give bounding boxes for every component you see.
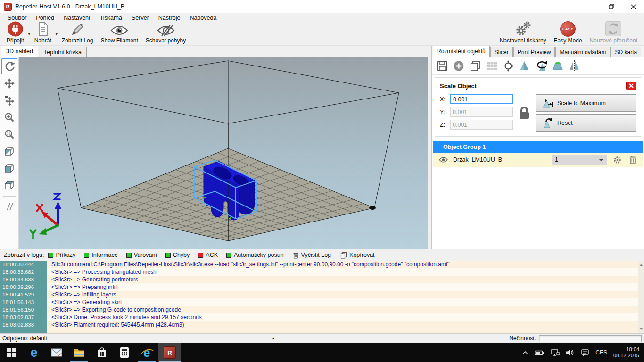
- lock-aspect-button[interactable]: [513, 106, 536, 121]
- log-scrollbar[interactable]: [638, 261, 644, 333]
- scroll-up-icon[interactable]: [639, 262, 643, 266]
- tray-network-icon[interactable]: [548, 349, 563, 356]
- tab-manualni-ovladani[interactable]: Manuální ovládání: [555, 47, 610, 57]
- pencil-icon: [70, 22, 84, 36]
- taskbar-repetier-icon[interactable]: R: [158, 343, 181, 362]
- tray-clock[interactable]: 18:04 08.12.2015: [611, 346, 644, 359]
- window-title: Repetier-Host V1.6.0 - Drzak_LM10UU_B: [15, 3, 124, 10]
- show-log-button[interactable]: Zobrazit Log: [58, 23, 97, 45]
- delete-object-trash-icon[interactable]: [627, 155, 638, 165]
- lay-flat-button[interactable]: [551, 59, 564, 73]
- menu-pohled[interactable]: Pohled: [31, 15, 59, 21]
- center-object-button[interactable]: [502, 59, 515, 73]
- copy-object-button[interactable]: [469, 59, 482, 73]
- toggle-prikazy[interactable]: Příkazy: [44, 251, 80, 259]
- zoom-in-button[interactable]: [1, 109, 17, 125]
- move-object-button[interactable]: [1, 92, 17, 108]
- copy-icon: [340, 252, 347, 259]
- object-group-header[interactable]: Object Group 1: [433, 141, 643, 153]
- menu-nastroje[interactable]: Nástroje: [154, 15, 185, 21]
- toggle-autoscroll[interactable]: Automatický posun: [222, 251, 288, 259]
- scale-object-button[interactable]: [518, 59, 531, 73]
- taskbar-explorer-icon[interactable]: [68, 343, 91, 362]
- 3d-view-toolbar: [0, 57, 19, 249]
- load-button[interactable]: Nahrát: [31, 23, 55, 45]
- tab-print-preview[interactable]: Print Preview: [513, 47, 555, 57]
- start-button[interactable]: [0, 343, 23, 362]
- taskbar-ie-icon[interactable]: e: [136, 343, 158, 362]
- scale-panel-title: Scale Object: [440, 82, 477, 90]
- menu-napoveda[interactable]: Nápověda: [185, 15, 221, 21]
- close-button[interactable]: [622, 0, 644, 13]
- mirror-object-button[interactable]: [568, 59, 581, 73]
- tab-sd-karta[interactable]: SD karta: [611, 47, 642, 57]
- scale-x-input[interactable]: [450, 94, 513, 104]
- menu-nastaveni[interactable]: Nastavení: [59, 15, 95, 21]
- clear-log-button[interactable]: Vyčistit Log: [288, 251, 336, 260]
- tray-battery-icon[interactable]: [531, 350, 548, 355]
- object-settings-gear-icon[interactable]: [611, 156, 623, 165]
- plus-circle-icon: [453, 60, 465, 72]
- 3d-scene-canvas[interactable]: [19, 57, 428, 249]
- tab-rozmisteni-objektu[interactable]: Rozmístění objektů: [433, 46, 490, 57]
- rotate-object-button[interactable]: [535, 59, 548, 73]
- log-row: 18:00:41.529<Slic3r> => Infilling layers: [0, 291, 644, 298]
- add-object-button[interactable]: [452, 59, 465, 73]
- object-list-row[interactable]: Drzak_LM10UU_B 1: [433, 153, 643, 167]
- taskbar-mail-icon[interactable]: [45, 343, 68, 362]
- toggle-varovani[interactable]: Varování: [122, 251, 161, 259]
- toggle-ack[interactable]: ACK: [194, 251, 222, 259]
- printer-settings-button[interactable]: Nastavení tiskárny: [496, 23, 550, 45]
- hide-moves-button[interactable]: Schovat pohyby: [142, 23, 190, 45]
- menu-server[interactable]: Server: [127, 15, 154, 21]
- log-row: 18:03:02.837<Slic3r> Done. Process took …: [0, 313, 644, 321]
- toggle-informace[interactable]: Informace: [80, 251, 122, 259]
- copy-log-button[interactable]: Kopírovat: [336, 251, 380, 260]
- taskbar-edge-icon[interactable]: e: [23, 343, 45, 362]
- scroll-down-icon[interactable]: [639, 328, 643, 332]
- visibility-eye-icon[interactable]: [438, 157, 449, 163]
- top-view-button[interactable]: [1, 177, 17, 193]
- menu-tiskarna[interactable]: Tiskárna: [95, 15, 127, 21]
- front-view-button[interactable]: [1, 160, 17, 176]
- scale-to-maximum-label: Scale to Maximum: [557, 100, 606, 107]
- scale-to-maximum-button[interactable]: Scale to Maximum: [536, 94, 636, 112]
- tab-3d-nahled[interactable]: 3D náhled: [1, 46, 38, 57]
- copies-dropdown[interactable]: 1: [552, 155, 607, 165]
- parallel-projection-button[interactable]: [1, 198, 17, 214]
- isometric-view-button[interactable]: [1, 143, 17, 159]
- taskbar-calculator-icon[interactable]: [113, 343, 136, 362]
- log-row: 18:00:33.682<Slic3r> => Processing trian…: [0, 268, 644, 276]
- move-view-button[interactable]: [1, 75, 17, 91]
- menu-soubor[interactable]: Soubor: [3, 15, 31, 21]
- show-filament-button[interactable]: Show Filament: [97, 23, 141, 45]
- plug-icon: [8, 21, 23, 36]
- connect-button[interactable]: Připojit: [3, 23, 28, 45]
- minimize-button[interactable]: [579, 0, 601, 13]
- panel-splitter[interactable]: [428, 46, 431, 249]
- tray-notification-icon[interactable]: [578, 349, 592, 356]
- rotate-view-button[interactable]: [1, 58, 17, 74]
- scale-y-input[interactable]: [450, 107, 513, 117]
- easy-mode-button[interactable]: EASY Easy Mode: [550, 23, 586, 45]
- scale-z-input[interactable]: [450, 120, 513, 130]
- tab-slicer[interactable]: Slicer: [490, 47, 513, 57]
- minimize-icon: [587, 4, 593, 9]
- tray-chevron-icon[interactable]: [519, 351, 531, 354]
- copy-icon: [469, 60, 481, 72]
- zoom-fit-icon: [4, 129, 15, 140]
- save-button[interactable]: [436, 59, 449, 73]
- rotate-icon: [4, 61, 15, 72]
- toggle-chyby[interactable]: Chyby: [161, 251, 194, 259]
- restore-button[interactable]: [601, 0, 622, 13]
- green-square-icon: [165, 253, 171, 258]
- zoom-fit-button[interactable]: [1, 126, 17, 142]
- tray-volume-icon[interactable]: [563, 349, 578, 356]
- close-icon: [631, 4, 636, 9]
- close-scale-panel-button[interactable]: [626, 82, 636, 90]
- tray-language[interactable]: CES: [592, 349, 611, 356]
- reset-scale-button[interactable]: Reset: [536, 114, 636, 132]
- autoposition-button: [485, 59, 498, 73]
- taskbar-store-icon[interactable]: [91, 343, 113, 362]
- tab-teplotni-krivka[interactable]: Teplotní křivka: [39, 47, 87, 57]
